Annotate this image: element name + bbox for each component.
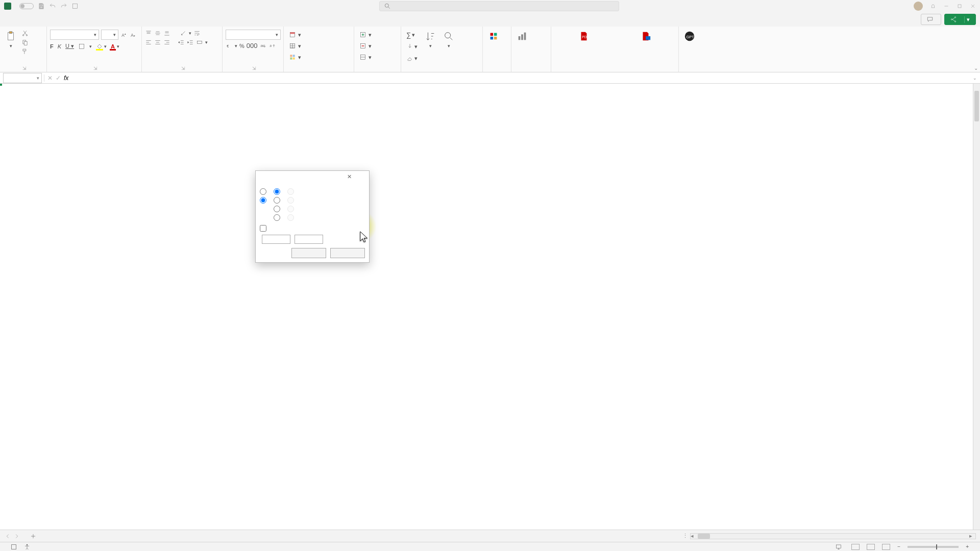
redo-icon[interactable] xyxy=(60,3,67,10)
find-select-button[interactable]: ▾ xyxy=(441,30,456,50)
font-size-select[interactable]: ▾ xyxy=(101,30,118,40)
alignment-launcher-icon[interactable]: ⇲ xyxy=(181,66,185,71)
dialog-close-button[interactable]: ✕ xyxy=(332,173,366,180)
expand-formula-icon[interactable]: ⌄ xyxy=(970,76,980,81)
endvalue-input[interactable] xyxy=(295,235,323,244)
decrease-decimal-icon[interactable]: .0 xyxy=(268,42,276,49)
geometric-radio[interactable] xyxy=(274,197,282,204)
copy-icon[interactable] xyxy=(21,39,29,46)
insert-cells-button[interactable]: ▾ xyxy=(357,30,374,40)
dialog-titlebar[interactable]: ✕ xyxy=(256,171,369,182)
page-layout-icon[interactable] xyxy=(867,544,875,550)
display-settings-button[interactable] xyxy=(835,543,844,550)
bold-button[interactable]: F xyxy=(50,43,54,49)
prev-sheet-icon[interactable] xyxy=(4,533,11,540)
merge-icon[interactable] xyxy=(196,39,203,46)
underline-button[interactable]: U ▾ xyxy=(65,43,74,49)
worksheet-grid[interactable]: ✕ xyxy=(0,84,980,551)
maximize-icon[interactable] xyxy=(957,3,963,9)
number-launcher-icon[interactable]: ⇲ xyxy=(252,66,256,71)
font-launcher-icon[interactable]: ⇲ xyxy=(93,66,97,71)
paste-button[interactable]: ▾ xyxy=(3,30,18,50)
percent-button[interactable]: % xyxy=(239,43,244,49)
align-center-icon[interactable] xyxy=(154,39,161,46)
font-color-button[interactable]: A▾ xyxy=(111,42,119,51)
page-break-icon[interactable] xyxy=(882,544,890,550)
qat-more-icon[interactable] xyxy=(71,3,79,10)
share-caret-icon[interactable]: ▾ xyxy=(964,16,970,23)
cell-styles-button[interactable]: ▾ xyxy=(287,52,303,62)
normal-view-icon[interactable] xyxy=(851,544,860,550)
increase-indent-icon[interactable] xyxy=(187,39,194,46)
collapse-ribbon-icon[interactable]: ⌄ xyxy=(974,65,978,71)
fill-button[interactable]: ▾ xyxy=(404,41,420,52)
cut-icon[interactable] xyxy=(21,30,29,37)
undo-icon[interactable] xyxy=(49,3,56,10)
name-box[interactable]: ▾ xyxy=(3,73,42,83)
search-input[interactable] xyxy=(379,1,619,11)
orientation-icon[interactable] xyxy=(180,30,187,37)
trend-checkbox[interactable] xyxy=(260,225,365,232)
rows-radio[interactable] xyxy=(260,188,268,195)
autosave-toggle[interactable] xyxy=(19,3,34,9)
increase-font-icon[interactable]: A▴ xyxy=(120,31,128,38)
accounting-icon[interactable]: € xyxy=(226,42,233,49)
increment-input[interactable] xyxy=(262,235,290,244)
zoom-in-icon[interactable]: + xyxy=(966,544,969,549)
dialog-help-button[interactable] xyxy=(296,173,329,180)
user-avatar[interactable] xyxy=(914,2,923,11)
autofill-radio[interactable] xyxy=(274,214,282,221)
notif-icon[interactable] xyxy=(930,3,936,9)
format-cells-button[interactable]: ▾ xyxy=(357,52,374,62)
thousands-button[interactable]: 000 xyxy=(247,42,258,49)
scroll-right-icon[interactable]: ▸ xyxy=(969,533,975,539)
align-bottom-icon[interactable] xyxy=(163,30,170,37)
italic-button[interactable]: K xyxy=(58,43,61,49)
increase-decimal-icon[interactable]: .00 xyxy=(259,42,266,49)
align-middle-icon[interactable] xyxy=(154,30,161,37)
accessibility-button[interactable] xyxy=(23,543,33,550)
scroll-left-icon[interactable]: ◂ xyxy=(691,533,697,539)
font-family-select[interactable]: ▾ xyxy=(50,30,99,40)
linear-radio[interactable] xyxy=(274,188,282,195)
add-sheet-button[interactable] xyxy=(29,532,38,541)
format-table-button[interactable]: ▾ xyxy=(287,41,303,51)
next-sheet-icon[interactable] xyxy=(13,533,20,540)
align-right-icon[interactable] xyxy=(163,39,170,46)
minimize-icon[interactable] xyxy=(943,3,949,9)
fill-color-button[interactable]: ▾ xyxy=(96,42,107,51)
align-top-icon[interactable] xyxy=(145,30,152,37)
vertical-scrollbar[interactable] xyxy=(973,84,980,530)
zoom-slider[interactable] xyxy=(908,546,959,548)
comments-button[interactable] xyxy=(921,14,941,25)
save-icon[interactable] xyxy=(38,3,45,10)
columns-radio[interactable] xyxy=(260,197,268,204)
decrease-indent-icon[interactable] xyxy=(178,39,185,46)
autosum-button[interactable]: ∑ ▾ xyxy=(404,30,420,40)
align-left-icon[interactable] xyxy=(145,39,152,46)
pdf-outlook-button[interactable] xyxy=(617,30,676,44)
close-window-icon[interactable] xyxy=(970,3,976,9)
date-radio[interactable] xyxy=(274,206,282,212)
clear-button[interactable]: ▾ xyxy=(404,53,420,63)
fx-icon[interactable]: fx xyxy=(64,74,68,82)
chatgpt-button[interactable]: GPT xyxy=(682,30,697,44)
macro-record-icon[interactable] xyxy=(11,544,16,549)
cancel-button[interactable] xyxy=(330,248,365,258)
format-painter-icon[interactable] xyxy=(21,48,29,55)
clipboard-launcher-icon[interactable]: ⇲ xyxy=(22,66,27,71)
share-button[interactable]: ▾ xyxy=(944,14,976,25)
sort-filter-button[interactable]: ▾ xyxy=(423,30,438,50)
data-analysis-button[interactable] xyxy=(514,30,530,44)
ok-button[interactable] xyxy=(291,248,326,258)
accept-formula-icon[interactable]: ✓ xyxy=(56,74,61,82)
zoom-out-icon[interactable]: − xyxy=(897,544,900,549)
border-icon[interactable] xyxy=(78,43,85,50)
pdf-links-button[interactable]: PDF xyxy=(554,30,614,44)
conditional-format-button[interactable]: ▾ xyxy=(287,30,303,40)
addins-button[interactable] xyxy=(486,30,501,44)
decrease-font-icon[interactable]: A▾ xyxy=(130,31,137,38)
delete-cells-button[interactable]: ▾ xyxy=(357,41,374,51)
number-format-select[interactable]: ▾ xyxy=(226,30,281,40)
horizontal-scrollbar[interactable]: ◂ ▸ xyxy=(690,533,976,539)
